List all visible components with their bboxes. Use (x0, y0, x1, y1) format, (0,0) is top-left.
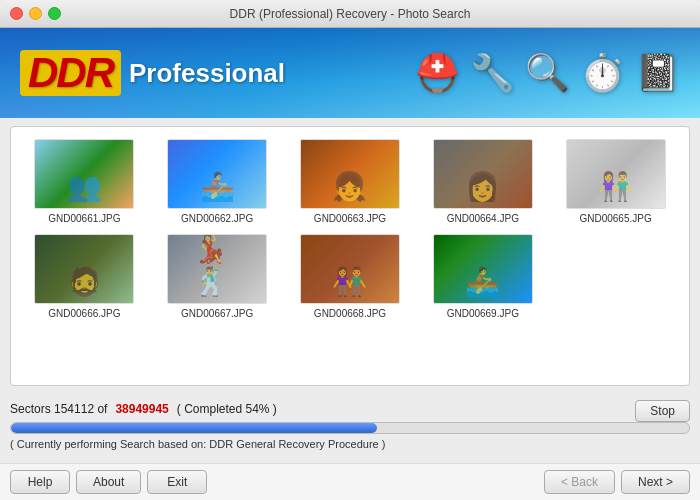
photo-item: 👫GND00665.JPG (554, 139, 677, 224)
right-buttons: < Back Next > (544, 470, 690, 494)
photo-thumbnail[interactable]: 🧔 (34, 234, 134, 304)
photo-item: 👫GND00668.JPG (289, 234, 412, 319)
photo-silhouette: 💃🕺 (193, 234, 242, 298)
photo-item: 🧔GND00666.JPG (23, 234, 146, 319)
minimize-button[interactable] (29, 7, 42, 20)
progress-bar-container (10, 422, 690, 434)
photo-thumbnail[interactable]: 💃🕺 (167, 234, 267, 304)
photo-filename: GND00669.JPG (447, 308, 519, 319)
photo-thumbnail[interactable]: 👧 (300, 139, 400, 209)
stop-button[interactable]: Stop (635, 400, 690, 422)
logo-professional: Professional (129, 58, 285, 89)
magnifier-icon: 🔍 (525, 52, 570, 94)
book-icon: 📓 (635, 52, 680, 94)
photo-thumbnail[interactable]: 👥 (34, 139, 134, 209)
photo-filename: GND00661.JPG (48, 213, 120, 224)
photo-silhouette: 🧔 (67, 265, 102, 298)
sectors-row: Sectors 154112 of 38949945 ( Completed 5… (10, 400, 690, 422)
photo-silhouette: 🚣 (465, 265, 500, 298)
photo-item: 👩GND00664.JPG (421, 139, 544, 224)
help-button[interactable]: Help (10, 470, 70, 494)
next-button[interactable]: Next > (621, 470, 690, 494)
hardhat-icon: ⛑️ (415, 52, 460, 94)
photo-silhouette: 👫 (332, 265, 367, 298)
photo-thumbnail[interactable]: 👫 (300, 234, 400, 304)
wrench-icon: 🔧 (470, 52, 515, 94)
window-title: DDR (Professional) Recovery - Photo Sear… (230, 7, 471, 21)
photo-item: 👧GND00663.JPG (289, 139, 412, 224)
window-controls (10, 7, 61, 20)
photo-filename: GND00664.JPG (447, 213, 519, 224)
progress-bar-fill (11, 423, 377, 433)
back-button[interactable]: < Back (544, 470, 615, 494)
photo-silhouette: 👫 (598, 170, 633, 203)
banner-icons: ⛑️ 🔧 🔍 ⏱️ 📓 (415, 52, 680, 94)
photo-thumbnail[interactable]: 🚣 (167, 139, 267, 209)
left-buttons: Help About Exit (10, 470, 207, 494)
photo-silhouette: 🚣 (200, 170, 235, 203)
photo-item: 🚣GND00669.JPG (421, 234, 544, 319)
photo-filename: GND00665.JPG (579, 213, 651, 224)
status-text: ( Currently performing Search based on: … (10, 438, 690, 450)
completed-pct: ( Completed 54% ) (177, 402, 277, 416)
stopwatch-icon: ⏱️ (580, 52, 625, 94)
banner: DDR Professional ⛑️ 🔧 🔍 ⏱️ 📓 (0, 28, 700, 118)
photo-silhouette: 👥 (67, 170, 102, 203)
logo-ddr: DDR (20, 50, 121, 96)
photo-gallery: 👥GND00661.JPG🚣GND00662.JPG👧GND00663.JPG👩… (10, 126, 690, 386)
photo-silhouette: 👩 (465, 170, 500, 203)
close-button[interactable] (10, 7, 23, 20)
photo-item: 👥GND00661.JPG (23, 139, 146, 224)
photo-filename: GND00662.JPG (181, 213, 253, 224)
photo-filename: GND00667.JPG (181, 308, 253, 319)
photo-thumbnail[interactable]: 👩 (433, 139, 533, 209)
photo-silhouette: 👧 (332, 170, 367, 203)
maximize-button[interactable] (48, 7, 61, 20)
exit-button[interactable]: Exit (147, 470, 207, 494)
photo-thumbnail[interactable]: 🚣 (433, 234, 533, 304)
photo-item: 🚣GND00662.JPG (156, 139, 279, 224)
photo-filename: GND00663.JPG (314, 213, 386, 224)
sectors-label: Sectors 154112 of (10, 402, 107, 416)
photo-thumbnail[interactable]: 👫 (566, 139, 666, 209)
bottom-bar: Help About Exit < Back Next > (0, 463, 700, 500)
photo-item: 💃🕺GND00667.JPG (156, 234, 279, 319)
banner-logo: DDR Professional (20, 50, 285, 96)
about-button[interactable]: About (76, 470, 141, 494)
photo-filename: GND00668.JPG (314, 308, 386, 319)
photo-filename: GND00666.JPG (48, 308, 120, 319)
total-sectors: 38949945 (115, 402, 168, 416)
photo-grid: 👥GND00661.JPG🚣GND00662.JPG👧GND00663.JPG👩… (23, 139, 677, 319)
titlebar: DDR (Professional) Recovery - Photo Sear… (0, 0, 700, 28)
progress-area: Sectors 154112 of 38949945 ( Completed 5… (0, 394, 700, 456)
